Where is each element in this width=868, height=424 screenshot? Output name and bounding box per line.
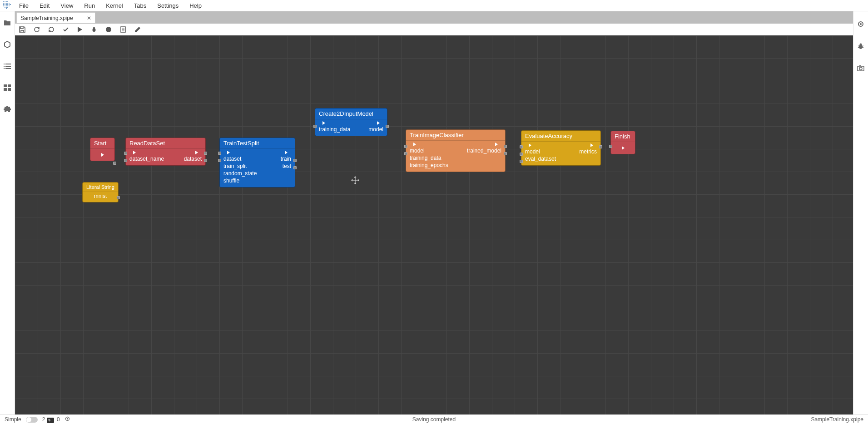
menubar: File Edit View Run Kernel Tabs Settings …	[0, 0, 868, 11]
svg-point-0	[3, 1, 4, 2]
svg-point-47	[106, 27, 111, 32]
svg-point-20	[5, 7, 5, 8]
svg-point-14	[10, 4, 11, 5]
svg-point-19	[9, 5, 10, 6]
menu-view[interactable]: View	[55, 0, 79, 11]
svg-point-2	[6, 1, 7, 2]
menu-help[interactable]: Help	[184, 0, 207, 11]
menu-settings[interactable]: Settings	[152, 0, 184, 11]
menu-edit[interactable]: Edit	[34, 0, 55, 11]
refresh-icon[interactable]	[34, 26, 40, 33]
svg-point-13	[9, 4, 10, 5]
app-logo	[1, 0, 14, 11]
menu-items: File Edit View Run Kernel Tabs Settings …	[14, 0, 207, 11]
svg-point-16	[5, 5, 5, 6]
svg-point-9	[3, 4, 4, 5]
edit-icon[interactable]	[134, 26, 141, 33]
svg-point-23	[6, 8, 7, 9]
menu-kernel[interactable]: Kernel	[100, 0, 129, 11]
save-icon[interactable]	[19, 26, 25, 33]
stop-icon[interactable]	[105, 26, 112, 33]
svg-point-11	[6, 4, 7, 5]
tab-label: SampleTraining.xpipe	[20, 15, 73, 21]
svg-point-6	[6, 3, 7, 4]
close-icon[interactable]: ✕	[87, 15, 91, 21]
check-icon[interactable]	[63, 26, 69, 33]
svg-point-5	[5, 3, 5, 4]
undo-icon[interactable]	[48, 26, 55, 33]
left-sidebar	[0, 11, 15, 35]
svg-point-35	[860, 23, 862, 25]
menu-tabs[interactable]: Tabs	[129, 0, 152, 11]
menu-run[interactable]: Run	[79, 0, 100, 11]
svg-point-22	[7, 7, 8, 8]
notebook-icon[interactable]	[120, 26, 126, 33]
svg-point-17	[6, 5, 7, 6]
svg-point-21	[6, 7, 7, 8]
play-icon[interactable]	[77, 26, 83, 33]
svg-point-8	[9, 3, 10, 4]
tab-sampletraining[interactable]: SampleTraining.xpipe ✕	[16, 12, 95, 23]
svg-point-10	[5, 4, 5, 5]
svg-point-46	[93, 27, 95, 29]
svg-point-1	[5, 1, 5, 2]
folder-icon[interactable]	[4, 20, 11, 27]
svg-point-15	[3, 5, 4, 6]
tab-bar: SampleTraining.xpipe ✕	[0, 11, 868, 24]
svg-point-18	[7, 5, 8, 6]
debug-icon[interactable]	[91, 26, 97, 33]
right-sidebar	[853, 11, 868, 35]
menu-file[interactable]: File	[14, 0, 34, 11]
svg-point-7	[7, 3, 8, 4]
svg-point-12	[7, 4, 8, 5]
gears-icon[interactable]	[857, 20, 864, 29]
svg-point-4	[3, 3, 4, 4]
svg-point-3	[7, 1, 8, 2]
toolbar	[0, 24, 868, 35]
